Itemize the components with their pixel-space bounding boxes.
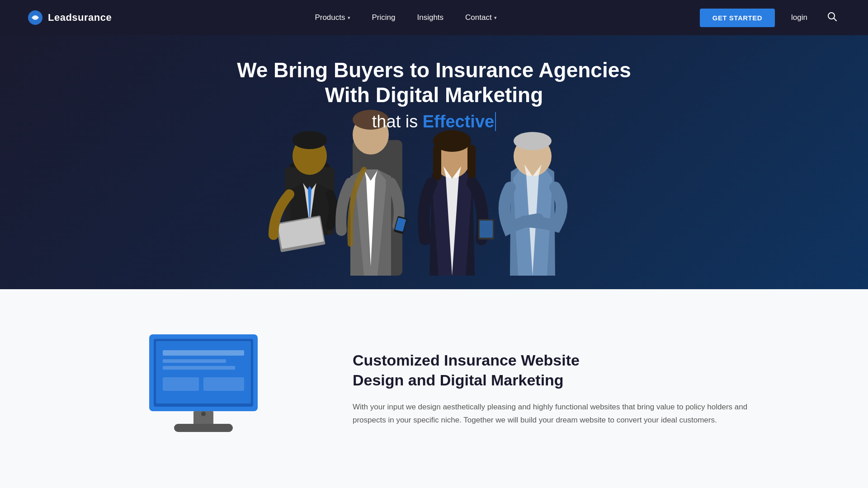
section2-illustration bbox=[90, 325, 316, 452]
svg-point-28 bbox=[201, 412, 206, 416]
svg-line-2 bbox=[834, 18, 836, 21]
hero-subtitle: that is Effective bbox=[237, 112, 631, 131]
section2-title: Customized Insurance Website Design and … bbox=[353, 350, 778, 390]
svg-rect-33 bbox=[203, 377, 244, 391]
logo-icon bbox=[27, 9, 43, 26]
section2: Customized Insurance Website Design and … bbox=[0, 289, 868, 488]
svg-point-22 bbox=[514, 132, 552, 150]
logo[interactable]: Leadsurance bbox=[27, 9, 112, 26]
svg-rect-31 bbox=[163, 366, 235, 370]
svg-rect-17 bbox=[433, 145, 441, 181]
svg-rect-29 bbox=[163, 350, 244, 356]
login-button[interactable]: login bbox=[784, 9, 815, 26]
search-button[interactable] bbox=[824, 10, 841, 26]
svg-rect-20 bbox=[480, 221, 493, 238]
chevron-down-icon-contact: ▾ bbox=[494, 15, 497, 21]
hero-title-line1: We Bring Buyers to Insurance Agencies bbox=[237, 58, 631, 83]
logo-text: Leadsurance bbox=[48, 12, 112, 23]
header: Leadsurance Products ▾ Pricing Insights … bbox=[0, 0, 868, 35]
nav-insights[interactable]: Insights bbox=[408, 9, 453, 26]
hero-subtitle-prefix: that is bbox=[372, 112, 423, 131]
search-icon bbox=[827, 12, 837, 22]
chevron-down-icon: ▾ bbox=[348, 15, 350, 21]
section2-content: Customized Insurance Website Design and … bbox=[353, 350, 778, 427]
svg-rect-32 bbox=[163, 377, 199, 391]
nav-right: GET STARTED login bbox=[700, 9, 841, 27]
section2-body: With your input we design aesthetically … bbox=[353, 401, 778, 427]
nav-contact[interactable]: Contact ▾ bbox=[456, 9, 506, 26]
monitor-icon bbox=[136, 325, 271, 452]
hero-highlight: Effective bbox=[423, 112, 496, 131]
svg-rect-18 bbox=[467, 145, 476, 181]
nav-pricing[interactable]: Pricing bbox=[363, 9, 405, 26]
hero-title-line2: With Digital Marketing bbox=[237, 83, 631, 108]
svg-point-7 bbox=[292, 131, 327, 149]
main-nav: Products ▾ Pricing Insights Contact ▾ bbox=[306, 9, 505, 26]
svg-rect-27 bbox=[174, 424, 233, 432]
hero-section: We Bring Buyers to Insurance Agencies Wi… bbox=[0, 0, 868, 289]
nav-products[interactable]: Products ▾ bbox=[306, 9, 359, 26]
hero-text: We Bring Buyers to Insurance Agencies Wi… bbox=[237, 35, 631, 131]
svg-rect-30 bbox=[163, 359, 226, 363]
get-started-button[interactable]: GET STARTED bbox=[700, 9, 775, 27]
